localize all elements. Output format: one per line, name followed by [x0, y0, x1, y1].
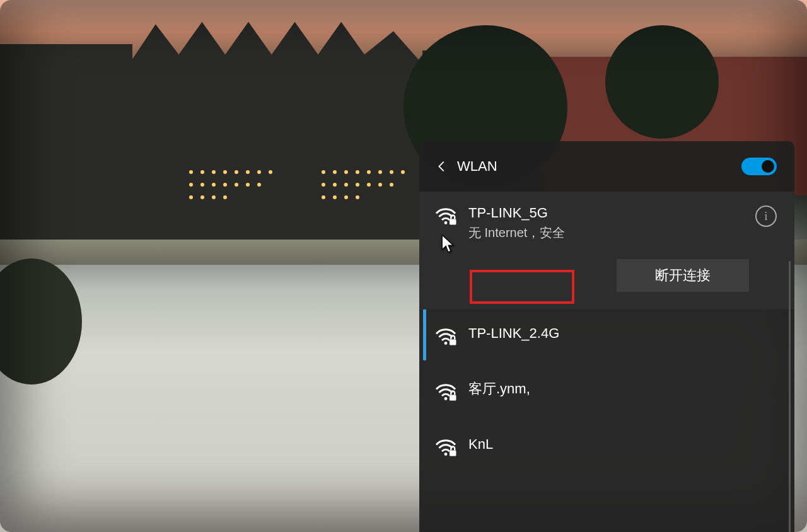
svg-point-0	[444, 221, 448, 224]
network-name: TP-LINK_2.4G	[468, 326, 777, 341]
desktop-wallpaper: WLAN TP-LINK_5G	[0, 0, 807, 532]
wlan-panel-header: WLAN	[419, 141, 794, 192]
network-properties-button[interactable]: i	[755, 205, 777, 227]
network-item-connected[interactable]: TP-LINK_5G 无 Internet，安全 断开连接 i	[419, 192, 794, 309]
wifi-lock-icon	[434, 327, 457, 349]
network-name: KnL	[468, 437, 777, 452]
svg-rect-1	[450, 219, 456, 225]
network-item[interactable]: TP-LINK_2.4G	[419, 309, 794, 365]
wifi-lock-icon	[434, 438, 457, 460]
back-arrow-icon	[435, 159, 449, 173]
disconnect-button[interactable]: 断开连接	[617, 259, 749, 292]
wifi-toggle[interactable]	[741, 158, 777, 175]
wifi-lock-icon	[434, 207, 457, 228]
svg-rect-7	[450, 451, 456, 456]
svg-rect-5	[450, 395, 456, 401]
wlan-flyout-panel: WLAN TP-LINK_5G	[419, 141, 794, 532]
network-name: 客厅.ynm,	[468, 381, 777, 396]
network-item[interactable]: 客厅.ynm,	[419, 365, 794, 420]
svg-point-6	[444, 453, 448, 456]
network-list: TP-LINK_5G 无 Internet，安全 断开连接 i	[419, 192, 794, 476]
connected-network-name: TP-LINK_5G	[468, 205, 749, 221]
network-item[interactable]: KnL	[419, 420, 794, 476]
info-icon: i	[764, 210, 767, 223]
panel-title: WLAN	[457, 158, 497, 175]
connected-network-status: 无 Internet，安全	[468, 224, 749, 241]
svg-point-4	[444, 397, 448, 400]
back-button[interactable]	[431, 155, 453, 178]
scrollbar[interactable]	[789, 261, 791, 532]
svg-point-2	[444, 342, 448, 345]
svg-rect-3	[450, 340, 456, 345]
wifi-lock-icon	[434, 383, 457, 404]
